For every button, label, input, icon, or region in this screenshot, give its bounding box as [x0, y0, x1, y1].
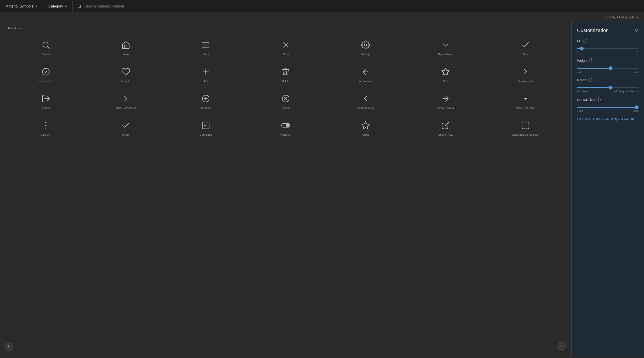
icon-symbol-settings	[361, 40, 370, 50]
icon-item-cancel[interactable]: Cancel	[246, 88, 325, 113]
icon-item-home[interactable]: Home	[87, 34, 165, 60]
icon-item-check_circle[interactable]: Check Circle	[7, 61, 85, 86]
icon-label-logout: Logout	[42, 106, 50, 110]
icon-item-star[interactable]: Star	[406, 61, 484, 86]
icon-item-arrow_back_ios[interactable]: Arrow Back Ios	[326, 88, 405, 113]
icon-item-check[interactable]: Check	[87, 115, 165, 140]
icon-label-star: Star	[443, 80, 448, 83]
weight-slider[interactable]	[577, 68, 638, 68]
icon-item-search[interactable]: Search	[7, 34, 85, 60]
feedback-button[interactable]: !	[4, 343, 13, 351]
svg-point-9	[364, 44, 367, 46]
icon-item-logout[interactable]: Logout	[7, 88, 85, 113]
weight-info-icon[interactable]: i	[589, 58, 593, 62]
icon-item-arrow_back[interactable]: Arrow Back	[326, 61, 405, 86]
icon-symbol-done	[521, 40, 530, 50]
category-dropdown[interactable]: Category ▾	[43, 0, 73, 12]
icon-symbol-open_in_new	[441, 120, 450, 131]
icon-label-settings: Settings	[361, 53, 370, 56]
icon-label-arrow_forward: Arrow Forward	[437, 106, 454, 110]
icon-symbol-arrow_back	[361, 66, 370, 77]
optical-size-labels: 20px 48px	[577, 109, 638, 112]
sort-label-text: Sort by: Most popular	[606, 16, 636, 19]
icon-symbol-cancel	[281, 93, 290, 104]
weight-label: Weight i	[577, 58, 638, 62]
icon-item-open_in_new[interactable]: Open In New	[406, 115, 484, 140]
icon-label-favorite: Favorite	[121, 80, 130, 83]
fill-labels: 0 1	[577, 51, 638, 54]
grade-slider[interactable]	[577, 87, 638, 88]
optical-size-slider[interactable]	[577, 107, 638, 108]
icon-symbol-arrow_forward	[441, 93, 450, 104]
svg-point-24	[46, 125, 46, 126]
grade-info-icon[interactable]: i	[588, 78, 592, 82]
optical-size-control: Optical size i 20px 48px	[577, 98, 638, 112]
icon-symbol-chevron_right	[521, 66, 530, 77]
icon-item-arrow_forward[interactable]: Arrow Forward	[406, 88, 484, 113]
optical-size-label: Optical size i	[577, 98, 638, 102]
icon-symbol-star	[441, 66, 450, 77]
icon-item-check_box_outline_blank[interactable]: Check Box Outline Blank	[486, 115, 564, 140]
icon-symbol-arrow_drop_down	[521, 93, 530, 104]
brand-dropdown[interactable]: Material Symbols ▾	[0, 0, 43, 12]
icon-label-expand_more: Expand More	[438, 53, 453, 56]
scroll-top-button[interactable]: ↑	[557, 341, 567, 351]
icon-item-add_circle[interactable]: Add Circle	[167, 88, 245, 113]
icon-label-menu: Menu	[202, 53, 209, 56]
custom-header: Customization ↺	[577, 28, 638, 34]
icon-item-add[interactable]: Add	[167, 61, 245, 86]
icon-symbol-toggle_on	[281, 120, 290, 131]
icon-item-favorite[interactable]: Favorite	[87, 61, 165, 86]
optical-info-icon[interactable]: i	[596, 98, 601, 102]
icon-symbol-logout	[41, 93, 50, 104]
fill-info-icon[interactable]: i	[583, 39, 587, 43]
svg-marker-29	[362, 122, 369, 129]
section-title: UI actions	[7, 26, 564, 30]
sort-dropdown[interactable]: Sort by: Most popular ▾	[606, 16, 638, 19]
grade-labels: -25 (low) 200 (high emphasis)	[577, 90, 638, 93]
icon-symbol-grade	[361, 120, 370, 131]
icon-item-done[interactable]: Done	[486, 34, 564, 60]
top-nav: Material Symbols ▾ Category ▾	[0, 0, 644, 13]
icon-label-add_circle: Add Circle	[200, 106, 212, 110]
icon-symbol-search	[41, 40, 50, 50]
icon-symbol-expand_more	[441, 40, 450, 50]
icon-symbol-more_vert	[41, 120, 50, 131]
icon-label-more_vert: More Vert	[40, 133, 51, 136]
fill-label: Fill i	[577, 39, 638, 43]
icon-item-close[interactable]: Close	[246, 34, 325, 60]
icon-item-arrow_forward_ios[interactable]: Arrow Forward Ios	[87, 88, 165, 113]
icon-label-add: Add	[204, 80, 208, 83]
main-layout: UI actions SearchHomeMenuCloseSettingsEx…	[0, 22, 644, 357]
icon-item-menu[interactable]: Menu	[167, 34, 245, 60]
icon-label-check_circle: Check Circle	[39, 80, 53, 83]
fill-slider[interactable]	[577, 48, 638, 49]
brand-label: Material Symbols	[6, 4, 34, 8]
icon-item-check_box[interactable]: Check Box	[167, 115, 245, 140]
customization-summary: Fill: 0 Weight: 400 Grade: 0 Optical siz…	[577, 117, 638, 122]
icon-label-delete: Delete	[282, 80, 289, 83]
icon-label-home: Home	[122, 53, 129, 56]
sort-dropdown-arrow: ▾	[637, 16, 638, 19]
icon-item-settings[interactable]: Settings	[326, 34, 405, 60]
icon-item-grade[interactable]: Grade	[326, 115, 405, 140]
icon-symbol-check_box	[201, 120, 210, 131]
icon-item-chevron_right[interactable]: Chevron Right	[486, 61, 564, 86]
refresh-button[interactable]: ↺	[635, 28, 638, 33]
icon-label-grade: Grade	[362, 133, 369, 136]
icon-item-delete[interactable]: Delete	[246, 61, 325, 86]
icon-symbol-add	[201, 66, 210, 77]
icon-symbol-close	[281, 40, 290, 50]
icon-item-expand_more[interactable]: Expand More	[406, 34, 484, 60]
svg-line-3	[48, 47, 49, 48]
icon-item-toggle_on[interactable]: Toggle On	[246, 115, 325, 140]
icons-grid: SearchHomeMenuCloseSettingsExpand MoreDo…	[7, 34, 564, 140]
icon-item-arrow_drop_down[interactable]: Arrow Drop Down	[486, 88, 564, 113]
icon-label-toggle_on: Toggle On	[280, 133, 291, 136]
fill-control: Fill i 0 1	[577, 39, 638, 54]
icon-label-arrow_back: Arrow Back	[359, 80, 372, 83]
weight-control: Weight i 100 700	[577, 58, 638, 73]
search-input[interactable]	[84, 4, 640, 8]
icon-label-arrow_forward_ios: Arrow Forward Ios	[116, 106, 136, 110]
icon-item-more_vert[interactable]: More Vert	[7, 115, 85, 140]
